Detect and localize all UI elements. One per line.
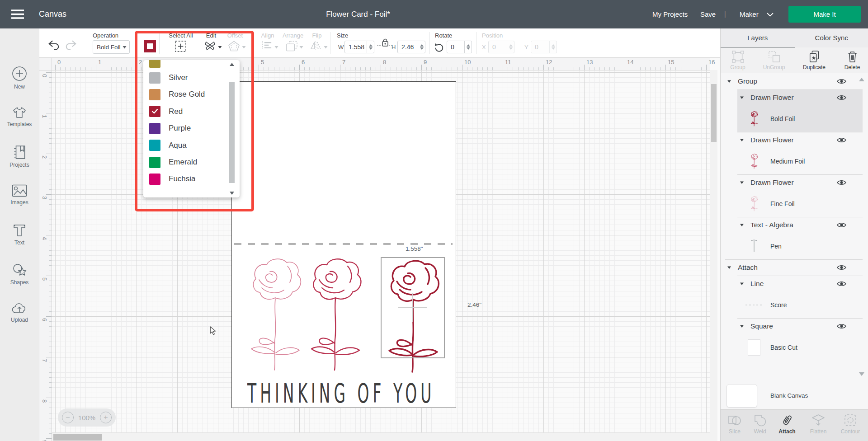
expander-triangle-icon[interactable] <box>727 266 731 269</box>
zoom-out-button[interactable]: − <box>62 412 74 423</box>
sidebar-item-templates[interactable]: Templates <box>0 105 39 127</box>
expander-triangle-icon[interactable] <box>740 223 744 227</box>
visibility-eye-icon[interactable] <box>836 264 847 271</box>
blank-canvas-swatch[interactable] <box>726 384 757 408</box>
layer-group-drawn-flower[interactable]: Drawn Flower <box>721 132 868 148</box>
my-projects-link[interactable]: My Projects <box>652 0 688 28</box>
sidebar-item-projects[interactable]: Projects <box>0 145 39 168</box>
color-option-rose-gold[interactable]: Rose Gold <box>143 86 227 103</box>
sidebar-item-text[interactable]: Text <box>0 224 39 246</box>
card-text[interactable]: THINKING OF YOU <box>247 378 435 409</box>
horizontal-scrollbar-thumb[interactable] <box>53 434 102 441</box>
color-option-fuchsia[interactable]: Fuchsia <box>143 171 227 187</box>
list-scroll-down-icon[interactable] <box>859 372 864 376</box>
layer-medium-foil[interactable]: Medium Foil <box>721 148 868 174</box>
arrange-icon[interactable] <box>286 40 298 52</box>
drawn-flower-fine-foil[interactable] <box>247 256 306 374</box>
height-input[interactable]: 2.46 <box>397 41 425 53</box>
undo-icon[interactable] <box>47 39 60 51</box>
color-option-silver[interactable]: Silver <box>143 70 227 86</box>
layer-group-drawn-flower[interactable]: Drawn Flower <box>721 89 868 106</box>
score-fold-line[interactable] <box>234 244 453 244</box>
color-option-partial[interactable] <box>143 60 227 70</box>
layer-group-line[interactable]: Line <box>721 276 868 292</box>
flip-icon[interactable] <box>309 40 322 51</box>
machine-select[interactable]: Maker <box>740 0 759 28</box>
color-picker-scrollbar-thumb[interactable] <box>229 82 235 183</box>
color-option-purple[interactable]: Purple <box>143 120 227 136</box>
layer-group-drawn-flower[interactable]: Drawn Flower <box>721 174 868 191</box>
color-option-emerald[interactable]: Emerald <box>143 154 227 170</box>
tab-layers[interactable]: Layers <box>721 28 795 47</box>
scroll-up-arrow-icon[interactable] <box>230 63 234 66</box>
vertical-scrollbar-thumb[interactable] <box>711 84 717 142</box>
layer-pen[interactable]: Pen <box>721 233 868 259</box>
flip-dropdown-caret-icon[interactable] <box>324 46 328 49</box>
rotate-input[interactable]: 0 <box>447 41 472 53</box>
redo-icon[interactable] <box>65 39 77 51</box>
position-label: Position <box>482 32 503 39</box>
list-scroll-up-icon[interactable] <box>859 78 864 81</box>
rotate-icon[interactable] <box>434 42 444 52</box>
expander-triangle-icon[interactable] <box>740 138 744 142</box>
scroll-down-arrow-icon[interactable] <box>230 192 234 195</box>
selection-width-label: 1.558" <box>406 245 423 252</box>
expander-triangle-icon[interactable] <box>740 324 744 328</box>
height-stepper[interactable] <box>418 41 425 53</box>
drawn-flower-medium-foil[interactable] <box>307 256 366 374</box>
expander-triangle-icon[interactable] <box>727 80 731 83</box>
rotate-stepper[interactable] <box>464 41 472 53</box>
check-icon <box>151 108 158 114</box>
zoom-in-button[interactable]: + <box>100 412 112 423</box>
duplicate-button[interactable]: Duplicate <box>800 50 829 70</box>
chevron-down-icon[interactable] <box>767 13 774 17</box>
align-icon[interactable] <box>261 40 273 50</box>
tab-color-sync[interactable]: Color Sync <box>795 28 868 47</box>
layer-group-text-algebra[interactable]: Text - Algebra <box>721 217 868 233</box>
sidebar-item-images[interactable]: Images <box>0 184 39 206</box>
hamburger-menu-icon[interactable] <box>11 9 24 19</box>
select-all-icon[interactable] <box>175 40 187 52</box>
operation-select[interactable]: Bold Foil <box>93 40 130 54</box>
visibility-eye-icon[interactable] <box>836 179 847 186</box>
layer-score[interactable]: Score <box>721 292 868 318</box>
expander-triangle-icon[interactable] <box>740 181 744 184</box>
delete-button[interactable]: Delete <box>838 50 867 70</box>
visibility-eye-icon[interactable] <box>836 78 847 85</box>
attach-button[interactable]: Attach <box>774 413 800 435</box>
align-dropdown-caret-icon[interactable] <box>274 46 278 49</box>
visibility-eye-icon[interactable] <box>836 280 847 287</box>
card-artboard[interactable]: 1.558" THINKING OF YOU <box>231 81 456 408</box>
sidebar-item-new[interactable]: New <box>0 66 39 90</box>
layer-group-attach[interactable]: Attach <box>721 259 868 276</box>
blank-canvas-row: Blank Canvas <box>721 382 868 409</box>
arrange-dropdown-caret-icon[interactable] <box>299 46 303 49</box>
expander-triangle-icon[interactable] <box>740 282 744 286</box>
visibility-eye-icon[interactable] <box>836 136 847 144</box>
offset-icon[interactable] <box>228 40 240 52</box>
expander-triangle-icon[interactable] <box>740 96 744 99</box>
visibility-eye-icon[interactable] <box>836 323 847 330</box>
visibility-eye-icon[interactable] <box>836 94 847 101</box>
make-it-button[interactable]: Make It <box>788 6 861 23</box>
layer-group-group[interactable]: Group <box>721 73 868 89</box>
layer-group-square[interactable]: Square <box>721 318 868 334</box>
width-input[interactable]: 1.558 <box>344 41 374 53</box>
layer-fine-foil[interactable]: Fine Foil <box>721 191 868 217</box>
edit-dropdown-caret-icon[interactable] <box>218 46 222 49</box>
layer-color-swatch-button[interactable] <box>144 40 156 52</box>
width-stepper[interactable] <box>367 41 374 53</box>
sidebar-item-shapes[interactable]: Shapes <box>0 263 39 286</box>
color-option-aqua[interactable]: Aqua <box>143 137 227 154</box>
color-option-red[interactable]: Red <box>143 103 227 120</box>
layer-basic-cut[interactable]: Basic Cut <box>721 334 868 361</box>
horizontal-scrollbar[interactable] <box>39 432 710 441</box>
vertical-scrollbar[interactable] <box>710 70 717 441</box>
visibility-eye-icon[interactable] <box>836 221 847 229</box>
save-link[interactable]: Save <box>700 0 716 28</box>
edit-tools-icon[interactable] <box>203 40 217 52</box>
offset-dropdown-caret-icon[interactable] <box>242 46 246 49</box>
sidebar-item-upload[interactable]: Upload <box>0 303 39 323</box>
color-picker-scrollbar[interactable] <box>228 62 236 196</box>
layer-bold-foil[interactable]: Bold Foil <box>721 106 868 132</box>
